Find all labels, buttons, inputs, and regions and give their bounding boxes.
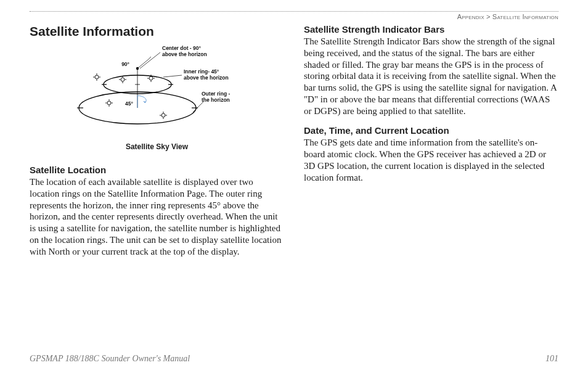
footer-manual-title: GPSMAP 188/188C Sounder Owner's Manual	[30, 354, 190, 364]
svg-point-29	[161, 113, 165, 117]
svg-point-24	[107, 101, 111, 105]
svg-line-34	[137, 60, 148, 68]
sky-view-diagram: 90° 45° Center dot - 90° above the horiz…	[59, 41, 256, 134]
paragraph-date-time-location: The GPS gets date and time information f…	[304, 137, 558, 183]
breadcrumb-separator: >	[486, 13, 491, 20]
footer-page-number: 101	[545, 354, 558, 364]
sky-view-figure: 90° 45° Center dot - 90° above the horiz…	[30, 41, 284, 134]
svg-line-36	[140, 52, 160, 68]
right-column: Satellite Strength Indicator Bars The Sa…	[304, 24, 558, 263]
content-columns: Satellite Information	[30, 24, 558, 263]
svg-line-38	[193, 102, 203, 112]
heading-date-time-location: Date, Time, and Current Location	[304, 125, 558, 136]
heading-strength-bars: Satellite Strength Indicator Bars	[304, 24, 558, 35]
svg-point-19	[149, 76, 153, 80]
heading-satellite-location: Satellite Location	[30, 165, 284, 175]
label-45: 45°	[125, 100, 133, 107]
left-column: Satellite Information	[30, 24, 284, 263]
svg-point-9	[95, 75, 99, 79]
page-footer: GPSMAP 188/188C Sounder Owner's Manual 1…	[30, 354, 558, 364]
page-title: Satellite Information	[30, 24, 284, 39]
breadcrumb-page: Satellite Information	[492, 13, 558, 20]
satellite-icon	[93, 73, 167, 119]
label-outer-ring: Outer ring - the horizon	[202, 91, 232, 103]
manual-page: Appendix > Satellite Information Satelli…	[0, 0, 588, 381]
paragraph-strength-bars: The Satellite Strength Indicator Bars sh…	[304, 36, 558, 117]
svg-line-35	[148, 57, 151, 60]
breadcrumb: Appendix > Satellite Information	[30, 13, 558, 20]
svg-point-14	[121, 78, 125, 81]
label-center-dot: Center dot - 90° above the horizon	[162, 45, 207, 57]
top-rule	[30, 11, 558, 12]
svg-line-37	[163, 75, 182, 77]
label-inner-ring: Inner ring- 45° above the horizon	[184, 68, 229, 81]
label-90: 90°	[121, 61, 129, 67]
figure-caption: Satellite Sky View	[30, 142, 284, 151]
breadcrumb-section: Appendix	[457, 13, 484, 20]
paragraph-satellite-location: The location of each available satellite…	[30, 176, 284, 257]
